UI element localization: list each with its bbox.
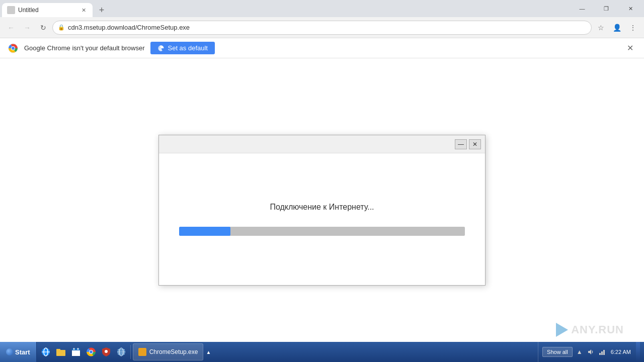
close-button[interactable]: ✕: [619, 0, 642, 17]
tray-volume-icon[interactable]: [587, 348, 595, 356]
anyrun-watermark: ANY.RUN: [556, 323, 624, 337]
progress-bar-fill: [179, 227, 230, 236]
forward-button[interactable]: →: [20, 21, 34, 35]
svg-point-16: [90, 350, 93, 353]
dialog-close-button[interactable]: ✕: [469, 139, 481, 149]
svg-point-4: [160, 47, 163, 49]
title-bar: Untitled ✕ + — ❐ ✕: [0, 0, 644, 17]
reload-button[interactable]: ↻: [36, 21, 50, 35]
active-tab[interactable]: Untitled ✕: [2, 3, 93, 17]
clock-time: 6:22 AM: [611, 349, 631, 355]
quick-launch-bar: [37, 345, 131, 359]
taskbar-item-label: ChromeSetup.exe: [149, 348, 198, 355]
svg-rect-11: [72, 350, 80, 356]
ie-icon: [41, 347, 51, 357]
system-clock[interactable]: 6:22 AM: [609, 349, 633, 355]
taskbar-item-icon: [138, 348, 146, 356]
set-default-button[interactable]: Set as default: [150, 42, 215, 54]
browser-window: Untitled ✕ + — ❐ ✕ ← → ↻ 🔒 cdn3.msetup.d…: [0, 0, 644, 362]
svg-rect-14: [77, 348, 78, 350]
progress-container: [179, 227, 465, 236]
tab-strip: Untitled ✕ +: [2, 0, 571, 17]
dialog-minimize-button[interactable]: —: [455, 139, 467, 149]
anyrun-text: ANY.RUN: [571, 323, 624, 336]
set-default-label: Set as default: [168, 44, 208, 52]
svg-rect-24: [599, 353, 601, 355]
folder-icon: [56, 347, 66, 356]
minimize-button[interactable]: —: [571, 0, 594, 17]
show-all-tray-button[interactable]: Show all: [542, 347, 573, 357]
anyrun-play-icon: [556, 323, 568, 337]
taskbar-item-expand[interactable]: ▲: [204, 343, 212, 360]
start-orb-icon: [6, 348, 13, 355]
window-controls: — ❐ ✕: [571, 0, 642, 17]
progress-bar-background: [179, 227, 465, 236]
tab-favicon: [7, 6, 15, 14]
new-tab-button[interactable]: +: [95, 3, 109, 17]
chrome-logo-icon: [8, 43, 18, 53]
taskbar: Start: [0, 342, 644, 362]
calendar-icon: [71, 347, 80, 356]
svg-point-17: [105, 350, 108, 353]
quick-launch-ie[interactable]: [39, 345, 53, 359]
quick-launch-calendar[interactable]: [69, 345, 83, 359]
shield-icon: [102, 347, 111, 357]
notification-close-button[interactable]: ✕: [624, 42, 636, 54]
tab-title: Untitled: [18, 7, 76, 14]
chrome-small-icon: [157, 45, 165, 52]
notification-message: Google Chrome isn't your default browser: [24, 44, 144, 52]
svg-rect-13: [73, 348, 74, 350]
network-icon: [116, 347, 126, 357]
system-tray: Show all ▲ 6:22 AM: [538, 342, 644, 362]
chrome-taskbar-icon: [86, 347, 96, 357]
taskbar-items: ChromeSetup.exe ▲: [131, 343, 538, 360]
lock-icon: 🔒: [58, 24, 65, 31]
svg-point-2: [12, 47, 15, 50]
url-bar[interactable]: 🔒 cdn3.msetup.download/ChromeSetup.exe: [52, 21, 592, 35]
maximize-button[interactable]: ❐: [595, 0, 618, 17]
dialog-title-bar: — ✕: [159, 135, 485, 153]
menu-button[interactable]: ⋮: [626, 21, 640, 35]
tab-close-button[interactable]: ✕: [79, 6, 88, 14]
setup-dialog: — ✕ Подключение к Интернету...: [158, 135, 486, 286]
quick-launch-chrome[interactable]: [84, 345, 98, 359]
svg-rect-9: [56, 349, 60, 351]
bookmark-button[interactable]: ☆: [594, 21, 608, 35]
show-desktop-button[interactable]: [636, 342, 640, 362]
svg-rect-25: [601, 351, 603, 355]
url-text: cdn3.msetup.download/ChromeSetup.exe: [68, 24, 190, 31]
notification-bar: Google Chrome isn't your default browser…: [0, 38, 644, 58]
tray-network-svg-icon: [598, 348, 605, 355]
taskbar-item-chromesetup[interactable]: ChromeSetup.exe: [133, 343, 204, 360]
user-button[interactable]: 👤: [610, 21, 624, 35]
dialog-message: Подключение к Интернету...: [270, 203, 374, 212]
start-button[interactable]: Start: [0, 342, 37, 362]
quick-launch-security[interactable]: [99, 345, 113, 359]
volume-icon: [587, 348, 594, 355]
address-bar: ← → ↻ 🔒 cdn3.msetup.download/ChromeSetup…: [0, 17, 644, 38]
svg-rect-12: [72, 348, 80, 350]
tray-network-icon[interactable]: [598, 348, 606, 356]
tray-icon-arrow: ▲: [576, 348, 584, 356]
dialog-body: Подключение к Интернету...: [159, 153, 485, 285]
svg-rect-26: [603, 350, 605, 355]
start-label: Start: [15, 348, 30, 356]
back-button[interactable]: ←: [4, 21, 18, 35]
svg-marker-23: [588, 349, 591, 354]
quick-launch-folder[interactable]: [54, 345, 68, 359]
page-content: — ✕ Подключение к Интернету... ANY.RUN: [0, 58, 644, 362]
quick-launch-network[interactable]: [114, 345, 128, 359]
